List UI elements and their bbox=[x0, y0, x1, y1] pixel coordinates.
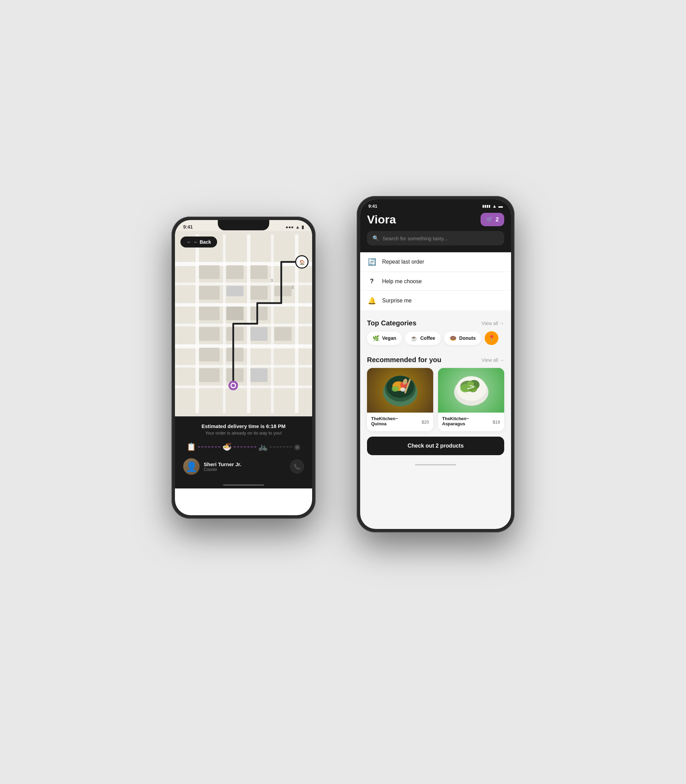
quinoa-info: TheKitchen~Quinoa $20 bbox=[367, 412, 433, 431]
svg-point-44 bbox=[392, 386, 399, 392]
categories-row: 🌿 Vegan ☕ Coffee 🍩 Donuts 📍 bbox=[360, 331, 511, 350]
progress-track: 📋 🍜 🚲 ◉ bbox=[183, 442, 304, 452]
map-svg: 🏠 $ $ bbox=[175, 231, 312, 416]
back-button[interactable]: ← ← Back bbox=[180, 237, 217, 247]
donuts-label: Donuts bbox=[459, 336, 476, 341]
category-donuts[interactable]: 🍩 Donuts bbox=[444, 332, 481, 345]
help-label: Help me choose bbox=[382, 278, 422, 285]
home-bar-left bbox=[223, 484, 264, 486]
track-receipt-icon: 📋 bbox=[186, 442, 196, 452]
food-card-quinoa[interactable]: TheKitchen~Quinoa $20 bbox=[367, 368, 433, 431]
svg-rect-14 bbox=[226, 265, 243, 279]
search-placeholder: Search for something tasty... bbox=[382, 236, 448, 241]
svg-rect-25 bbox=[250, 327, 268, 341]
coffee-icon: ☕ bbox=[411, 335, 417, 342]
svg-rect-23 bbox=[199, 327, 219, 341]
track-dots-3 bbox=[270, 447, 292, 447]
courier-info: Sheri Turner Jr. Courier bbox=[204, 462, 286, 472]
asparagus-name: TheKitchen~Asparagus bbox=[442, 416, 469, 426]
repeat-icon: 🔄 bbox=[367, 258, 377, 266]
svg-rect-27 bbox=[199, 348, 219, 362]
track-dots-2 bbox=[234, 447, 256, 447]
recommended-grid: TheKitchen~Quinoa $20 bbox=[360, 368, 511, 437]
right-home-indicator bbox=[360, 461, 511, 469]
svg-rect-26 bbox=[274, 327, 292, 341]
svg-rect-31 bbox=[250, 368, 268, 382]
cart-button[interactable]: 🛒 2 bbox=[480, 213, 504, 226]
search-bar[interactable]: 🔍 Search for something tasty... bbox=[367, 231, 504, 246]
asparagus-info: TheKitchen~Asparagus $18 bbox=[438, 412, 504, 431]
svg-rect-8 bbox=[196, 234, 199, 413]
left-phone: 9:41 ●●● ▲ ▮ bbox=[172, 217, 315, 519]
food-card-asparagus[interactable]: TheKitchen~Asparagus $18 bbox=[438, 368, 504, 431]
svg-rect-18 bbox=[250, 286, 268, 300]
svg-rect-19 bbox=[274, 286, 292, 296]
left-time: 9:41 bbox=[183, 224, 193, 230]
courier-avatar: 👤 bbox=[183, 458, 199, 475]
svg-rect-24 bbox=[226, 327, 243, 341]
svg-rect-9 bbox=[223, 234, 226, 413]
right-battery-icon: ▬ bbox=[498, 203, 503, 209]
map-area: 🏠 $ $ ← ← Back bbox=[175, 231, 312, 416]
more-categories-button[interactable]: 📍 bbox=[485, 331, 498, 345]
battery-icon: ▮ bbox=[302, 224, 304, 230]
surprise-label: Surprise me bbox=[382, 298, 412, 304]
surprise-item[interactable]: 🔔 Surprise me bbox=[360, 291, 511, 310]
vegan-label: Vegan bbox=[382, 336, 396, 341]
question-icon: ? bbox=[367, 278, 377, 285]
track-end-icon: ◉ bbox=[294, 442, 301, 452]
svg-text:🏠: 🏠 bbox=[299, 260, 305, 265]
quinoa-price: $20 bbox=[421, 419, 429, 425]
back-arrow-icon: ← bbox=[186, 239, 191, 245]
help-choose-item[interactable]: ? Help me choose bbox=[360, 272, 511, 291]
svg-rect-17 bbox=[226, 286, 243, 296]
left-status-icons: ●●● ▲ ▮ bbox=[286, 224, 304, 230]
scene: 9:41 ●●● ▲ ▮ bbox=[172, 196, 514, 588]
back-label: ← Back bbox=[193, 239, 211, 245]
quinoa-name: TheKitchen~Quinoa bbox=[371, 416, 398, 426]
signal-icon: ●●● bbox=[286, 224, 294, 230]
left-screen: 9:41 ●●● ▲ ▮ bbox=[175, 220, 312, 515]
quinoa-image bbox=[367, 368, 433, 412]
category-coffee[interactable]: ☕ Coffee bbox=[405, 332, 441, 345]
right-screen: 9:41 ▮▮▮▮ ▲ ▬ Viora 🛒 2 bbox=[360, 200, 511, 529]
svg-rect-15 bbox=[250, 265, 268, 279]
menu-section: 🔄 Repeat last order ? Help me choose 🔔 S… bbox=[360, 252, 511, 310]
checkout-button[interactable]: Check out 2 products bbox=[367, 437, 504, 455]
app-title: Viora bbox=[367, 213, 396, 226]
category-vegan[interactable]: 🌿 Vegan bbox=[367, 332, 402, 345]
app-header: Viora 🛒 2 🔍 Search for something tasty..… bbox=[360, 210, 511, 252]
checkout-label: Check out 2 products bbox=[407, 443, 464, 448]
svg-text:$: $ bbox=[292, 285, 294, 290]
right-signal-icon: ▮▮▮▮ bbox=[482, 204, 490, 208]
svg-rect-28 bbox=[226, 348, 243, 362]
donuts-icon: 🍩 bbox=[450, 335, 457, 342]
svg-rect-16 bbox=[199, 286, 219, 300]
svg-rect-29 bbox=[199, 368, 219, 382]
categories-view-all[interactable]: View all → bbox=[482, 321, 504, 326]
categories-title: Top Categories bbox=[367, 319, 416, 327]
svg-rect-11 bbox=[271, 234, 274, 413]
categories-header: Top Categories View all → bbox=[360, 314, 511, 331]
svg-point-34 bbox=[232, 384, 235, 387]
repeat-label: Repeat last order bbox=[382, 259, 424, 265]
asparagus-price: $18 bbox=[493, 419, 500, 425]
recommended-view-all[interactable]: View all → bbox=[482, 357, 504, 363]
surprise-icon: 🔔 bbox=[367, 296, 377, 305]
svg-text:$: $ bbox=[271, 278, 273, 283]
courier-role: Courier bbox=[204, 467, 286, 472]
delivery-time: Estimated delivery time is 6:18 PM bbox=[183, 423, 304, 429]
coffee-label: Coffee bbox=[420, 336, 435, 341]
call-button[interactable]: 📞 bbox=[290, 460, 304, 473]
svg-rect-21 bbox=[226, 306, 243, 320]
vegan-icon: 🌿 bbox=[372, 335, 379, 342]
courier-row: 👤 Sheri Turner Jr. Courier 📞 bbox=[183, 458, 304, 475]
left-notch bbox=[218, 220, 269, 230]
track-food-icon: 🍜 bbox=[222, 442, 232, 452]
header-row: Viora 🛒 2 bbox=[367, 213, 504, 226]
courier-name: Sheri Turner Jr. bbox=[204, 462, 286, 467]
repeat-order-item[interactable]: 🔄 Repeat last order bbox=[360, 252, 511, 272]
cart-icon: 🛒 bbox=[486, 216, 493, 223]
search-icon: 🔍 bbox=[372, 235, 379, 241]
avatar-emoji: 👤 bbox=[186, 461, 198, 472]
